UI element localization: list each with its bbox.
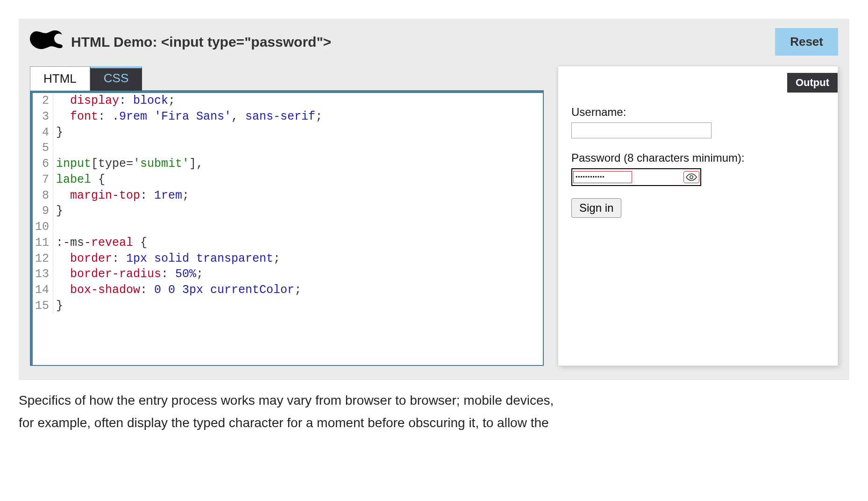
line-number: 8 — [33, 188, 53, 204]
line-number: 7 — [33, 172, 53, 188]
code-line[interactable]: 11:-ms-reveal { — [33, 235, 543, 251]
output-label: Output — [787, 73, 838, 93]
line-number: 12 — [33, 251, 53, 267]
line-number: 9 — [33, 203, 53, 219]
password-reveal-icon[interactable] — [683, 171, 699, 183]
code-line[interactable]: 5 — [33, 140, 543, 156]
code-content[interactable]: :-ms-reveal { — [53, 235, 147, 251]
code-line[interactable]: 8 margin-top: 1rem; — [33, 188, 543, 204]
output-panel: Output Username: Password (8 characters … — [558, 66, 838, 366]
code-line[interactable]: 15} — [33, 298, 543, 314]
line-number: 2 — [33, 93, 53, 109]
demo-container: HTML Demo: <input type="password"> Reset… — [19, 19, 849, 380]
code-content[interactable]: box-shadow: 0 0 3px currentColor; — [53, 282, 301, 298]
code-content[interactable]: label { — [53, 172, 105, 188]
password-masked-value: •••••••••••• — [573, 171, 632, 183]
code-content[interactable] — [53, 140, 56, 156]
code-content[interactable] — [53, 219, 56, 235]
code-content[interactable]: } — [53, 203, 63, 219]
username-label: Username: — [571, 106, 825, 119]
output-form: Username: Password (8 characters minimum… — [571, 106, 825, 218]
code-content[interactable]: margin-top: 1rem; — [53, 188, 189, 204]
code-line[interactable]: 14 box-shadow: 0 0 3px currentColor; — [33, 282, 543, 298]
code-line[interactable]: 12 border: 1px solid transparent; — [33, 251, 543, 267]
article-text: Specifics of how the entry process works… — [19, 389, 579, 434]
line-number: 10 — [33, 219, 53, 235]
code-line[interactable]: 10 — [33, 219, 543, 235]
line-number: 5 — [33, 140, 53, 156]
line-number: 14 — [33, 282, 53, 298]
code-content[interactable]: input[type='submit'], — [53, 156, 203, 172]
code-content[interactable]: } — [53, 298, 63, 314]
signin-button[interactable]: Sign in — [571, 198, 621, 218]
dino-logo-icon — [30, 29, 63, 55]
article-line: for example, often display the typed cha… — [19, 412, 579, 434]
code-line[interactable]: 13 border-radius: 50%; — [33, 266, 543, 282]
code-content[interactable]: } — [53, 125, 63, 141]
tab-css[interactable]: CSS — [90, 66, 142, 91]
code-line[interactable]: 2 display: block; — [33, 93, 543, 109]
demo-title: HTML Demo: <input type="password"> — [71, 34, 331, 50]
reset-button[interactable]: Reset — [775, 28, 838, 56]
code-content[interactable]: border: 1px solid transparent; — [53, 251, 280, 267]
line-number: 6 — [33, 156, 53, 172]
code-line[interactable]: 9} — [33, 203, 543, 219]
line-number: 3 — [33, 109, 53, 125]
line-number: 4 — [33, 125, 53, 141]
code-content[interactable]: font: .9rem 'Fira Sans', sans-serif; — [53, 109, 322, 125]
code-line[interactable]: 6input[type='submit'], — [33, 156, 543, 172]
article-line: Specifics of how the entry process works… — [19, 389, 579, 412]
editor-panel: HTML CSS 2 display: block;3 font: .9rem … — [30, 66, 544, 366]
code-line[interactable]: 3 font: .9rem 'Fira Sans', sans-serif; — [33, 109, 543, 125]
code-editor[interactable]: 2 display: block;3 font: .9rem 'Fira San… — [30, 90, 544, 366]
line-number: 13 — [33, 266, 53, 282]
code-content[interactable]: border-radius: 50%; — [53, 266, 203, 282]
code-line[interactable]: 7label { — [33, 172, 543, 188]
line-number: 15 — [33, 298, 53, 314]
tab-html[interactable]: HTML — [30, 66, 90, 91]
username-input[interactable] — [571, 122, 711, 138]
editor-tabs: HTML CSS — [30, 66, 544, 90]
password-input[interactable]: •••••••••••• — [571, 168, 701, 186]
password-label: Password (8 characters minimum): — [571, 151, 825, 165]
svg-point-0 — [690, 176, 693, 179]
line-number: 11 — [33, 235, 53, 251]
code-content[interactable]: display: block; — [53, 93, 175, 109]
demo-header: HTML Demo: <input type="password"> Reset — [30, 28, 838, 56]
code-line[interactable]: 4} — [33, 125, 543, 141]
header-left: HTML Demo: <input type="password"> — [30, 29, 331, 55]
